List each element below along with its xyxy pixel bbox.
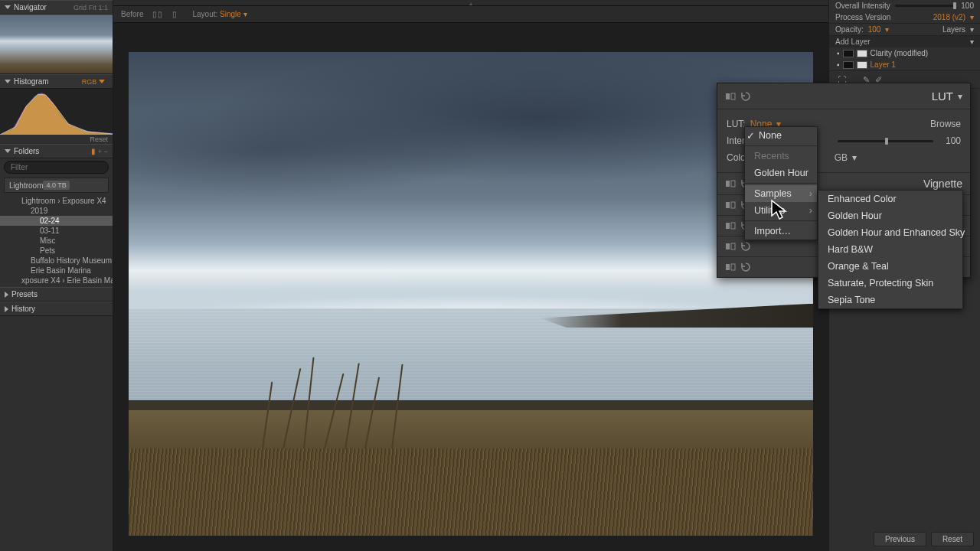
layer-name: Layer 1 <box>871 60 896 69</box>
folder-filter <box>0 158 113 176</box>
caret-down-icon: ▾ <box>970 37 974 46</box>
process-version-value[interactable]: 2018 (v2) <box>933 13 965 21</box>
histogram-title: Histogram <box>14 77 49 86</box>
histogram-mode[interactable]: RGB <box>82 78 97 86</box>
nav-fit[interactable]: Fit <box>89 4 96 11</box>
toggle-icon[interactable] <box>725 200 736 210</box>
lut-panel-header[interactable]: LUT ▾ <box>717 83 970 109</box>
history-header[interactable]: History <box>0 302 113 316</box>
toggle-icon[interactable] <box>725 220 736 231</box>
bookmark-icon[interactable]: ▮ <box>91 147 96 155</box>
submenu-item[interactable]: Saturate, Protecting Skin <box>818 275 962 292</box>
dropdown-item[interactable]: Golden Hour <box>745 165 817 181</box>
top-reveal-handle[interactable]: ▴ <box>113 0 828 6</box>
mask-icon[interactable] <box>857 50 867 57</box>
image-canvas[interactable] <box>129 52 813 536</box>
process-version-label: Process Version <box>835 13 890 21</box>
svg-rect-4 <box>726 202 730 208</box>
tree-item-selected[interactable]: 02-24 <box>0 216 113 226</box>
caret-down-icon[interactable]: ▾ <box>958 91 962 102</box>
caret-down-icon <box>5 5 11 9</box>
caret-down-icon: ▾ <box>852 152 857 163</box>
history-title: History <box>11 305 35 313</box>
reset-icon[interactable] <box>740 262 751 272</box>
mask-icon[interactable] <box>857 61 867 69</box>
single-icon[interactable]: ▯ <box>172 10 177 18</box>
submenu-item[interactable]: Sepia Tone <box>818 292 962 308</box>
layout-value[interactable]: Single <box>220 10 241 18</box>
svg-rect-10 <box>726 264 730 270</box>
overall-intensity-value: 100 <box>961 2 974 10</box>
reset-icon[interactable] <box>740 91 751 102</box>
folder-filter-input[interactable] <box>4 161 109 174</box>
svg-rect-8 <box>726 243 730 249</box>
caret-down-icon: ▾ <box>885 25 889 34</box>
browse-button[interactable]: Browse <box>930 119 961 129</box>
svg-rect-5 <box>731 202 735 208</box>
visibility-icon[interactable]: ▪ <box>837 49 840 57</box>
tree-item[interactable]: Misc <box>0 236 113 246</box>
layers-label[interactable]: Layers <box>942 25 965 34</box>
nav-grid[interactable]: Grid <box>74 4 87 11</box>
submenu-item[interactable]: Orange & Teal <box>818 258 962 275</box>
overall-intensity-slider[interactable] <box>895 5 957 7</box>
histogram-header[interactable]: Histogram RGB <box>0 74 113 89</box>
layer-item[interactable]: ▪ Layer 1 <box>829 59 980 70</box>
intensity-slider[interactable] <box>838 140 933 142</box>
tree-item[interactable]: Lightroom › Exposure X4 <box>0 196 113 206</box>
mask-icon[interactable] <box>843 61 854 69</box>
histogram-graph <box>0 89 113 135</box>
add-layer-button[interactable]: Add Layer▾ <box>829 36 980 47</box>
tree-item[interactable]: 2019 <box>0 206 113 216</box>
caret-right-icon <box>5 292 8 298</box>
svg-rect-3 <box>731 181 735 187</box>
opacity-row: Opacity: 100 ▾ Layers ▾ <box>829 23 980 36</box>
drive-capacity: 4.0 TB <box>43 181 69 190</box>
compare-icon[interactable]: ▯▯ <box>152 10 163 18</box>
drive-row[interactable]: Lightroom 4.0 TB <box>4 178 109 193</box>
svg-rect-11 <box>731 264 735 270</box>
nav-1to1[interactable]: 1:1 <box>98 4 108 11</box>
presets-header[interactable]: Presets <box>0 287 113 302</box>
tree-item[interactable]: Pets <box>0 246 113 256</box>
dropdown-item-utilities[interactable]: Utilities <box>745 202 817 219</box>
tree-item[interactable]: xposure X4 › Erie Basin Marina <box>0 276 113 285</box>
navigator-thumbnail[interactable] <box>0 15 113 74</box>
overall-intensity-row: Overall Intensity 100 <box>829 0 980 11</box>
submenu-item[interactable]: Hard B&W <box>818 241 962 258</box>
dropdown-item-import[interactable]: Import… <box>745 223 817 240</box>
drive-name: Lightroom <box>9 181 43 190</box>
visibility-icon[interactable]: ▪ <box>837 60 840 69</box>
opacity-value[interactable]: 100 <box>868 25 881 34</box>
layout-label: Layout: <box>192 10 217 18</box>
reset-icon[interactable] <box>740 241 751 252</box>
navigator-header[interactable]: Navigator Grid Fit 1:1 <box>0 0 113 15</box>
tree-item[interactable]: Erie Basin Marina <box>0 266 113 276</box>
tree-item[interactable]: 03-11 <box>0 226 113 236</box>
submenu-item[interactable]: Enhanced Color <box>818 191 962 207</box>
reset-button[interactable]: Reset <box>931 532 974 546</box>
histogram-reset[interactable]: Reset <box>0 135 113 144</box>
mask-icon[interactable] <box>843 50 854 57</box>
toggle-icon[interactable] <box>725 241 736 252</box>
add-folder-icon[interactable] <box>98 148 102 155</box>
remove-folder-icon[interactable] <box>104 148 108 155</box>
previous-button[interactable]: Previous <box>874 532 926 546</box>
process-version-row: Process Version 2018 (v2) ▾ <box>829 11 980 23</box>
layer-item[interactable]: ▪ Clarity (modified) <box>829 47 980 59</box>
svg-rect-0 <box>726 93 730 99</box>
tree-item[interactable]: Buffalo History Museum <box>0 256 113 266</box>
toggle-icon[interactable] <box>725 178 736 189</box>
before-toggle[interactable]: Before <box>121 10 143 18</box>
submenu-item[interactable]: Golden Hour and Enhanced Sky <box>818 224 962 241</box>
colorspace-value[interactable]: GB <box>835 152 848 163</box>
dropdown-item-none[interactable]: None <box>745 127 817 144</box>
folders-header[interactable]: Folders ▮ <box>0 144 113 158</box>
toggle-icon[interactable] <box>725 262 736 272</box>
dropdown-item-samples[interactable]: Samples <box>745 185 817 202</box>
submenu-item[interactable]: Golden Hour <box>818 207 962 224</box>
overall-intensity-label: Overall Intensity <box>835 2 890 10</box>
svg-rect-2 <box>726 181 730 187</box>
toggle-icon[interactable] <box>725 91 736 102</box>
svg-rect-6 <box>726 223 730 229</box>
